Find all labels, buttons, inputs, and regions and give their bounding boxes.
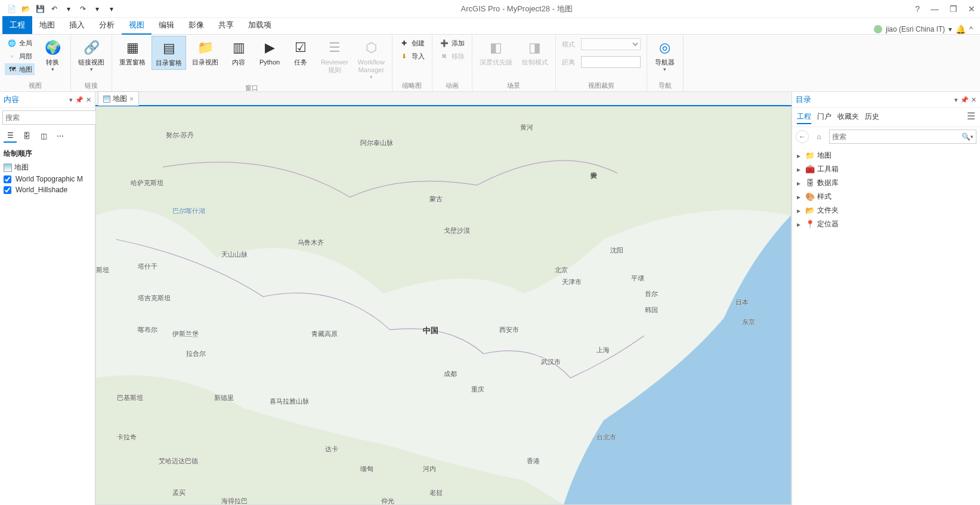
tree-item-databases[interactable]: ▸🗄数据库	[797, 176, 975, 190]
contents-search-input[interactable]	[5, 113, 95, 122]
catalog-menu-icon[interactable]: ☰	[967, 110, 975, 124]
nav-home-icon[interactable]: ⌂	[812, 130, 826, 143]
clip-distance-input[interactable]	[581, 56, 641, 68]
maximize-button[interactable]: ❐	[950, 4, 957, 14]
help-button[interactable]: ?	[915, 4, 920, 14]
tab-map[interactable]: 地图	[32, 16, 62, 34]
reviewer-button: ☰Reviewer 规则	[317, 36, 352, 76]
catalog-pane-button[interactable]: ▤目录窗格	[152, 36, 186, 70]
qat-customize-icon[interactable]: ▾	[105, 2, 118, 16]
expand-icon[interactable]: ▸	[797, 193, 803, 201]
doc-tab-close-icon[interactable]: ×	[129, 95, 134, 103]
expand-icon[interactable]: ▸	[797, 220, 803, 229]
catalog-search-icon[interactable]: 🔍	[962, 133, 970, 141]
tree-item-maps[interactable]: ▸📁地图	[797, 149, 975, 162]
navigator-button[interactable]: ◎导航器▾	[651, 36, 679, 75]
toc-map-item[interactable]: 地图	[0, 161, 95, 174]
list-by-source-icon[interactable]: 🗄	[20, 130, 33, 143]
tab-analysis[interactable]: 分析	[92, 16, 122, 34]
panel-pin-icon[interactable]: 📌	[75, 96, 84, 104]
catalog-dropdown-icon[interactable]: ▾	[954, 96, 958, 104]
catalog-tab-portal[interactable]: 门户	[817, 110, 831, 124]
scope-local[interactable]: ▫️局部	[5, 50, 35, 62]
create-thumbnail[interactable]: ✚创建	[397, 37, 427, 49]
more-icon[interactable]: ⋯	[54, 130, 67, 143]
layer-checkbox-1[interactable]	[4, 186, 11, 194]
python-button[interactable]: ▶Python	[255, 36, 284, 69]
folder-icon: 📂	[805, 206, 815, 215]
label-yangon: 仰光	[381, 497, 394, 505]
catalog-search-input[interactable]	[832, 133, 962, 141]
tab-view[interactable]: 视图	[122, 16, 152, 34]
tasks-button[interactable]: ☑任务	[286, 36, 315, 69]
label-urumqi: 乌鲁木齐	[298, 238, 324, 247]
tree-item-folders[interactable]: ▸📂文件夹	[797, 204, 975, 217]
link-view-button[interactable]: 🔗 链接视图 ▾	[75, 36, 108, 75]
document-tab-map[interactable]: 地图 ×	[98, 91, 139, 106]
scope-global[interactable]: 🌐全局	[5, 37, 35, 49]
map-view[interactable]: 中国 蒙古 戈壁沙漠 北京 天津市 上海 沈阳 平壌 首尔 韩国 日本 东京 武…	[95, 106, 792, 505]
save-icon[interactable]: 💾	[33, 2, 47, 16]
list-by-selection-icon[interactable]: ◫	[37, 130, 50, 143]
panel-close-icon[interactable]: ✕	[86, 96, 91, 104]
catalog-view-button[interactable]: 📁目录视图	[188, 36, 222, 69]
new-project-icon[interactable]: 📄	[5, 2, 18, 16]
catalog-pane-icon: ▤	[159, 39, 178, 58]
contents-search-box[interactable]: 🔍 ▾	[2, 110, 110, 125]
label-ahmedabad: 艾哈迈达巴德	[159, 457, 198, 466]
ribbon-group-windows: ▦重置窗格 ▤目录窗格 📁目录视图 ▥内容 ▶Python ☑任务 ☰Revie…	[112, 35, 392, 91]
expand-icon[interactable]: ▸	[797, 207, 803, 215]
clip-mode-select[interactable]	[581, 38, 641, 50]
redo-icon[interactable]: ↷	[76, 2, 89, 16]
label-mengmai: 孟买	[172, 488, 186, 497]
expand-icon[interactable]: ▸	[797, 179, 803, 187]
tab-edit[interactable]: 编辑	[152, 16, 181, 34]
expand-icon[interactable]: ▸	[797, 165, 803, 174]
tab-project[interactable]: 工程	[2, 16, 32, 34]
undo-icon[interactable]: ↶	[48, 2, 61, 16]
undo-dropdown-icon[interactable]: ▾	[62, 2, 75, 16]
catalog-tab-favorites[interactable]: 收藏夹	[837, 110, 859, 124]
user-dropdown-icon[interactable]: ▾	[948, 25, 952, 33]
contents-button[interactable]: ▥内容	[224, 36, 253, 69]
convert-button[interactable]: 🌍 转换 ▾	[38, 36, 67, 75]
import-thumbnail[interactable]: ⬇导入	[397, 50, 427, 62]
tree-item-locators[interactable]: ▸📍定位器	[797, 217, 975, 231]
scope-map[interactable]: 🗺地图	[5, 63, 35, 75]
tab-insert[interactable]: 插入	[62, 16, 92, 34]
open-project-icon[interactable]: 📂	[19, 2, 32, 16]
catalog-search-dropdown-icon[interactable]: ▾	[970, 134, 973, 140]
catalog-search-box[interactable]: 🔍 ▾	[829, 130, 976, 144]
list-by-drawing-order-icon[interactable]: ☰	[4, 130, 17, 143]
layer-checkbox-0[interactable]	[4, 175, 11, 183]
close-button[interactable]: ✕	[968, 4, 975, 14]
label-tianshan: 天山山脉	[221, 250, 248, 259]
catalog-tab-history[interactable]: 历史	[865, 110, 879, 124]
doc-tab-icon	[103, 96, 110, 103]
remove-animation[interactable]: ✖移除	[437, 50, 467, 62]
add-animation[interactable]: ➕添加	[437, 37, 467, 49]
panel-dropdown-icon[interactable]: ▾	[69, 96, 73, 104]
catalog-pin-icon[interactable]: 📌	[960, 96, 969, 104]
toc-layer-1[interactable]: World_Hillshade	[0, 184, 95, 195]
label-haidelaba: 海得拉巴	[221, 497, 248, 505]
notifications-icon[interactable]: 🔔	[956, 24, 966, 34]
user-area[interactable]: jiao (Esri China IT) ▾ 🔔 ^	[869, 24, 978, 34]
tab-imagery[interactable]: 影像	[181, 16, 211, 34]
layer-label-0: World Topographic M	[16, 175, 83, 183]
collapse-ribbon-icon[interactable]: ^	[969, 25, 973, 33]
tree-item-styles[interactable]: ▸🎨样式	[797, 190, 975, 204]
expand-icon[interactable]: ▸	[797, 152, 803, 160]
nav-back-icon[interactable]: ←	[796, 130, 809, 143]
tree-item-toolboxes[interactable]: ▸🧰工具箱	[797, 162, 975, 176]
tab-share[interactable]: 共享	[211, 16, 241, 34]
redo-dropdown-icon[interactable]: ▾	[91, 2, 104, 16]
catalog-tab-project[interactable]: 工程	[797, 110, 811, 124]
label-helan: 黄河	[520, 123, 533, 132]
label-nursultan: 努尔-苏丹	[166, 131, 194, 140]
reset-panes-button[interactable]: ▦重置窗格	[116, 36, 149, 69]
minimize-button[interactable]: —	[930, 4, 939, 14]
tab-addins[interactable]: 加载项	[241, 16, 279, 34]
toc-layer-0[interactable]: World Topographic M	[0, 174, 95, 184]
catalog-close-icon[interactable]: ✕	[971, 96, 976, 104]
